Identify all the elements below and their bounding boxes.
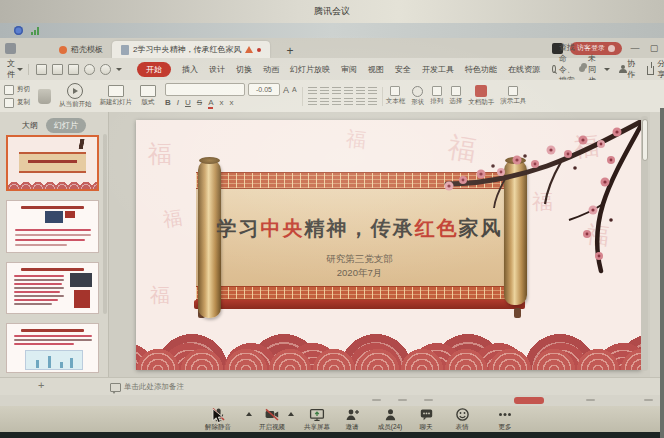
maximize-button[interactable]: ▢ — [648, 43, 660, 53]
sidebar-scrollbar[interactable] — [103, 134, 107, 314]
preview-icon[interactable] — [68, 64, 79, 75]
emoji-label: 表情 — [456, 423, 469, 432]
search-icon — [552, 65, 556, 73]
shapes-button[interactable]: 形状 — [408, 86, 427, 107]
spacing-input[interactable]: -0.05 — [248, 83, 280, 96]
print-icon[interactable] — [52, 64, 63, 75]
undo-icon[interactable] — [84, 64, 95, 75]
line-spacing-icon[interactable] — [356, 87, 365, 95]
tab-template-store[interactable]: 稻壳模板 — [50, 41, 112, 58]
columns-icon[interactable] — [368, 87, 377, 95]
menu-tab-transition[interactable]: 切换 — [236, 64, 252, 75]
font-color-button[interactable]: A — [208, 98, 213, 109]
align-center-icon[interactable] — [320, 87, 329, 95]
wps-statusbar — [0, 395, 664, 406]
collaborate-button[interactable]: 协作 — [619, 58, 638, 80]
scrollbar-thumb[interactable] — [642, 119, 648, 161]
align-objects-icon[interactable] — [368, 98, 377, 106]
camera-options-caret[interactable] — [288, 412, 294, 416]
outline-tab[interactable]: 大纲 — [22, 120, 38, 131]
format-painter-button[interactable] — [34, 89, 55, 104]
slide-thumbnail-4[interactable] — [6, 323, 99, 373]
new-tab-button[interactable]: + — [280, 44, 299, 58]
emoji-button[interactable]: 表情 — [440, 407, 484, 432]
copy-button[interactable]: 复制 — [4, 98, 30, 108]
camera-button[interactable]: 开启视频 — [250, 407, 294, 432]
italic-button[interactable]: I — [177, 98, 179, 107]
menu-tab-insert[interactable]: 插入 — [182, 64, 198, 75]
strikethrough-button[interactable]: S — [197, 98, 202, 107]
align-right-icon[interactable] — [332, 87, 341, 95]
font-name-input[interactable] — [165, 83, 245, 96]
present-tools-label: 演示工具 — [500, 97, 526, 106]
menu-tab-security[interactable]: 安全 — [395, 64, 411, 75]
menu-tab-online[interactable]: 在线资源 — [508, 64, 540, 75]
tab-document[interactable]: 2学习中央精神，传承红色家风 — [112, 41, 270, 58]
doc-assistant-button[interactable]: 文档助手 — [465, 85, 497, 107]
play-from-current-button[interactable]: 从当前开始 — [55, 83, 96, 109]
slide-thumbnail-3[interactable] — [6, 262, 99, 314]
subscript-button[interactable]: x — [229, 98, 233, 107]
menu-tab-devtools[interactable]: 开发工具 — [422, 64, 454, 75]
bullets-icon[interactable] — [308, 98, 317, 106]
chevron-down-icon[interactable] — [116, 68, 122, 71]
share-button[interactable]: 分享 — [647, 58, 664, 80]
justify-icon[interactable] — [344, 87, 353, 95]
cut-button[interactable]: 剪切 — [4, 85, 30, 95]
slide-thumbnail-1[interactable] — [6, 135, 99, 191]
camera-label: 开启视频 — [259, 423, 285, 432]
menu-tab-slideshow[interactable]: 幻灯片放映 — [290, 64, 330, 75]
menu-tab-features[interactable]: 特色功能 — [465, 64, 497, 75]
menu-tab-view[interactable]: 视图 — [368, 64, 384, 75]
play-icon — [67, 83, 83, 99]
text-direction-icon[interactable] — [356, 98, 365, 106]
meeting-info-icon[interactable] — [14, 26, 23, 35]
network-signal-icon[interactable] — [31, 27, 39, 35]
menu-tab-review[interactable]: 审阅 — [341, 64, 357, 75]
slides-tab[interactable]: 幻灯片 — [46, 118, 86, 133]
plum-branch — [365, 120, 641, 281]
file-menu-button[interactable]: 文件 — [0, 58, 28, 80]
camera-muted-icon — [264, 407, 280, 422]
layout-button[interactable]: 版式 — [136, 85, 160, 107]
save-icon[interactable] — [36, 64, 47, 75]
new-slide-button[interactable]: 新建幻灯片 — [96, 85, 137, 107]
status-mark — [424, 399, 433, 401]
minimize-button[interactable]: — — [629, 43, 641, 53]
indent-increase-icon[interactable] — [344, 98, 353, 106]
more-button[interactable]: 更多 — [483, 407, 527, 432]
present-tools-button[interactable]: 演示工具 — [497, 86, 529, 106]
new-slide-label: 新建幻灯片 — [100, 98, 133, 107]
numbering-icon[interactable] — [320, 98, 329, 106]
indent-decrease-icon[interactable] — [332, 98, 341, 106]
align-left-icon[interactable] — [308, 87, 317, 95]
wps-home-icon[interactable] — [5, 43, 16, 54]
text-box-button[interactable]: 文本框 — [383, 86, 409, 106]
menu-tab-home[interactable]: 开始 — [137, 62, 171, 77]
meeting-infobar — [0, 23, 664, 38]
menu-tab-design[interactable]: 设计 — [209, 64, 225, 75]
redo-icon[interactable] — [100, 64, 111, 75]
font-shrink-button[interactable]: A — [292, 86, 297, 93]
slide-canvas: 福 福 福 福 福 福 福 福 学习中央精神，传承红色家 — [109, 112, 650, 377]
members-icon — [383, 407, 398, 422]
font-grow-button[interactable]: A — [283, 85, 289, 95]
arrange-button[interactable]: 排列 — [427, 86, 446, 106]
status-red-indicator[interactable] — [514, 397, 544, 404]
current-slide[interactable]: 福 福 福 福 福 福 福 福 学习中央精神，传承红色家 — [136, 120, 641, 370]
select-button[interactable]: 选择 — [446, 86, 465, 106]
canvas-scrollbar[interactable] — [641, 116, 648, 371]
avatar — [608, 45, 615, 52]
underline-button[interactable]: U — [185, 98, 191, 107]
file-menu-label: 文件 — [7, 58, 15, 80]
play-from-current-label: 从当前开始 — [59, 100, 92, 109]
menu-tab-animation[interactable]: 动画 — [263, 64, 279, 75]
share-screen-label: 共享屏幕 — [304, 423, 330, 432]
notes-placeholder[interactable]: 单击此处添加备注 — [124, 382, 184, 392]
superscript-button[interactable]: x — [219, 98, 223, 107]
shapes-label: 形状 — [411, 98, 424, 107]
status-mark — [372, 399, 381, 401]
slide-thumbnail-2[interactable] — [6, 200, 99, 253]
add-slide-button[interactable]: + — [38, 379, 44, 391]
bold-button[interactable]: B — [165, 98, 171, 107]
